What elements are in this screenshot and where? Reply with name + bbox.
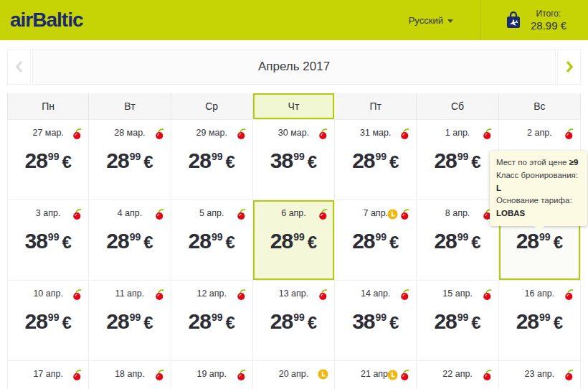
cell-icons — [387, 369, 410, 381]
cherry-icon — [155, 369, 165, 381]
cell-price: 2899€ — [417, 229, 498, 253]
cell-icons — [564, 369, 574, 381]
cell-date-row: 20 апр. — [253, 369, 334, 380]
cell-date-row: 22 апр. — [417, 369, 498, 380]
caret-down-icon — [447, 19, 453, 23]
cell-icons — [72, 128, 82, 140]
cell-icons — [483, 289, 493, 301]
calendar-cell[interactable]: 19 апр. — [171, 361, 253, 389]
cell-date-row: 1 апр. — [417, 128, 498, 139]
calendar-cell[interactable]: 18 апр. — [89, 361, 171, 389]
cell-date-row: 7 апр. — [335, 208, 416, 220]
cell-date-row: 10 апр. — [8, 289, 88, 300]
cell-icons — [318, 369, 328, 380]
cell-price: 2899€ — [499, 229, 580, 253]
calendar-cell[interactable]: 12 апр.2899€ — [171, 281, 253, 360]
cherry-icon — [155, 289, 165, 301]
cell-icons — [72, 289, 82, 301]
calendar-cell[interactable]: 21 апр. — [335, 361, 417, 389]
fare-tooltip: Мест по этой цене ≥9Класс бронирования: … — [490, 151, 587, 226]
calendar-cell[interactable]: 6 апр.2899€ — [253, 200, 335, 280]
weekday-header-row: ПнВтСрЧтПтСбВс — [7, 93, 581, 120]
calendar-cell[interactable]: 13 апр.2899€ — [253, 281, 335, 360]
tooltip-line: Основание тарифа: LOBAS — [496, 194, 581, 220]
cell-date-row: 28 мар. — [89, 128, 170, 139]
calendar-cell[interactable]: 17 апр. — [7, 361, 89, 389]
calendar-cell[interactable]: 22 апр. — [417, 361, 498, 389]
cherry-icon — [400, 208, 410, 220]
calendar-cell[interactable]: 28 мар.2899€ — [89, 120, 171, 200]
cherry-icon — [72, 208, 82, 220]
cell-icons — [237, 289, 247, 301]
total-value: 28.99 € — [531, 19, 566, 32]
cell-icons — [387, 208, 410, 220]
cherry-icon — [400, 369, 410, 381]
cherry-icon — [237, 208, 247, 220]
cell-price: 2899€ — [335, 229, 416, 253]
weekday-header: Вс — [499, 93, 581, 119]
cart-total-section[interactable]: Итого: 28.99 € — [480, 0, 588, 40]
cell-price: 2899€ — [253, 229, 334, 253]
cell-date-row: 13 апр. — [253, 289, 334, 300]
cell-icons — [318, 128, 328, 140]
calendar-week-row: 17 апр.18 апр.19 апр.20 апр.21 апр.22 ап… — [7, 361, 581, 389]
cell-icons — [483, 128, 493, 140]
calendar-cell[interactable]: 27 мар.2899€ — [7, 120, 89, 200]
airbaltic-logo[interactable]: airBaltic — [10, 9, 83, 32]
cell-price: 2899€ — [8, 309, 88, 334]
top-bar: airBaltic Русский Итого: 28.99 € — [0, 0, 588, 40]
prev-month-button[interactable] — [7, 49, 31, 85]
cell-price: 2899€ — [89, 309, 170, 334]
cell-icons — [400, 128, 410, 140]
total-label: Итого: — [531, 9, 566, 19]
calendar-cell[interactable]: 8 апр.2899€ — [417, 200, 498, 280]
cherry-icon — [564, 369, 574, 381]
cherry-icon — [237, 289, 247, 301]
cherry-icon — [318, 128, 328, 140]
cell-icons — [400, 289, 410, 301]
calendar-cell[interactable]: 23 апр. — [499, 361, 581, 389]
cell-date-row: 12 апр. — [171, 289, 252, 300]
weekday-header: Пн — [7, 93, 89, 119]
clock-icon — [318, 369, 328, 380]
cell-price: 2899€ — [171, 309, 252, 334]
language-selector[interactable]: Русский — [409, 15, 453, 26]
calendar-cell[interactable]: 20 апр. — [253, 361, 335, 389]
cherry-icon — [237, 128, 247, 140]
cherry-icon — [72, 128, 82, 140]
cell-date-row: 15 апр. — [417, 289, 498, 300]
cherry-icon — [155, 208, 165, 220]
cell-date-row: 14 апр. — [335, 289, 416, 300]
next-month-button[interactable] — [557, 49, 581, 85]
calendar-cell[interactable]: 29 мар.2899€ — [171, 120, 253, 200]
calendar-cell[interactable]: 11 апр.2899€ — [89, 281, 171, 360]
cell-date-row: 6 апр. — [253, 208, 334, 220]
calendar-cell[interactable]: 16 апр.2899€ — [499, 281, 581, 360]
calendar-cell[interactable]: 7 апр.2899€ — [335, 200, 417, 280]
calendar-cell[interactable]: 31 мар.2899€ — [335, 120, 417, 200]
cherry-icon — [564, 128, 574, 140]
price-calendar: ПнВтСрЧтПтСбВс 27 мар.2899€28 мар.2899€2… — [7, 93, 581, 389]
cell-price: 2899€ — [417, 149, 498, 173]
cherry-icon — [483, 369, 493, 381]
cell-icons — [155, 289, 165, 301]
calendar-cell[interactable]: 10 апр.2899€ — [7, 281, 89, 360]
weekday-header: Ср — [171, 93, 253, 119]
cell-date-row: 18 апр. — [89, 369, 170, 380]
calendar-cell[interactable]: 4 апр.2899€ — [89, 200, 171, 280]
cell-date-row: 31 мар. — [335, 128, 416, 139]
calendar-cell[interactable]: 14 апр.3899€ — [335, 281, 417, 360]
calendar-cell[interactable]: 30 мар.3899€ — [253, 120, 335, 200]
calendar-cell[interactable]: 3 апр.3899€ — [7, 200, 89, 280]
cell-date-row: 30 мар. — [253, 128, 334, 139]
tooltip-line: Класс бронирования: L — [496, 169, 581, 195]
calendar-cell[interactable]: 15 апр.2899€ — [417, 281, 498, 360]
cell-date-row: 2 апр. — [499, 128, 580, 139]
cell-price: 2899€ — [8, 149, 88, 173]
calendar-cell[interactable]: 1 апр.2899€ — [417, 120, 498, 200]
cell-price: 2899€ — [171, 149, 252, 173]
clock-icon — [387, 209, 398, 220]
cherry-icon — [72, 369, 82, 381]
calendar-cell[interactable]: 5 апр.2899€ — [171, 200, 253, 280]
cell-price: 2899€ — [417, 309, 498, 334]
